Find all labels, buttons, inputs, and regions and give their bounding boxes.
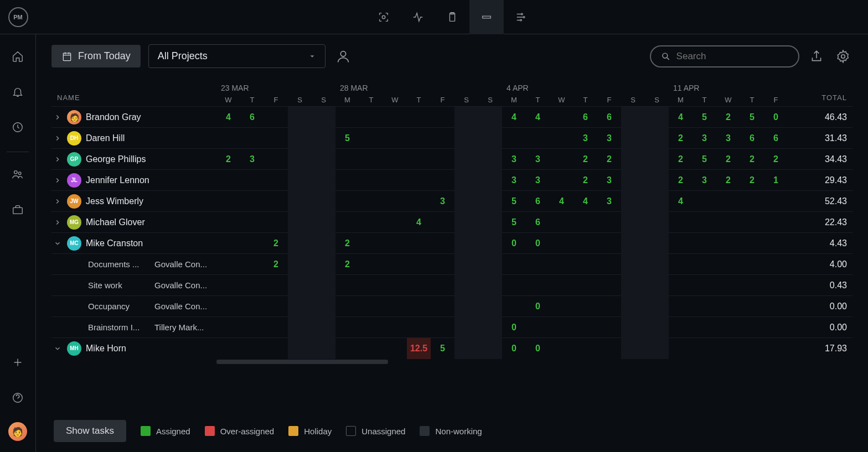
workload-cell[interactable] <box>359 275 383 296</box>
workload-cell[interactable] <box>764 254 788 275</box>
workload-cell[interactable] <box>693 212 716 233</box>
workload-cell[interactable] <box>431 107 454 128</box>
horizontal-scrollbar[interactable] <box>216 360 388 364</box>
workload-cell[interactable] <box>645 275 669 296</box>
workload-cell[interactable]: 4 <box>669 191 693 212</box>
workload-cell[interactable] <box>312 107 335 128</box>
workload-cell[interactable] <box>407 191 431 212</box>
workload-cell[interactable] <box>550 275 574 296</box>
workload-cell[interactable] <box>312 212 335 233</box>
workload-cell[interactable] <box>574 254 597 275</box>
workload-cell[interactable] <box>645 296 669 317</box>
workload-cell[interactable] <box>597 254 621 275</box>
workload-cell[interactable]: 2 <box>764 149 788 170</box>
workload-cell[interactable] <box>550 317 574 338</box>
workload-cell[interactable]: 2 <box>574 149 597 170</box>
workload-cell[interactable]: 6 <box>574 107 597 128</box>
workload-cell[interactable] <box>335 317 359 338</box>
workload-cell[interactable] <box>335 296 359 317</box>
workload-cell[interactable]: 2 <box>264 254 288 275</box>
workload-cell[interactable] <box>693 275 716 296</box>
workload-cell[interactable]: 5 <box>693 149 716 170</box>
workload-cell[interactable] <box>693 254 716 275</box>
workload-cell[interactable]: 3 <box>693 170 716 191</box>
workload-cell[interactable] <box>669 254 693 275</box>
workload-cell[interactable] <box>216 254 240 275</box>
workload-cell[interactable] <box>454 275 478 296</box>
workload-cell[interactable]: 4 <box>502 107 526 128</box>
workload-cell[interactable] <box>550 233 574 254</box>
workload-cell[interactable] <box>407 254 431 275</box>
workload-cell[interactable] <box>288 170 312 191</box>
workload-cell[interactable] <box>597 338 621 359</box>
project-filter-dropdown[interactable]: All Projects <box>148 44 326 68</box>
workload-cell[interactable] <box>740 191 764 212</box>
workload-cell[interactable] <box>359 233 383 254</box>
workload-cell[interactable] <box>597 317 621 338</box>
workload-cell[interactable] <box>216 212 240 233</box>
workload-cell[interactable] <box>764 317 788 338</box>
workload-cell[interactable] <box>597 296 621 317</box>
workload-cell[interactable] <box>264 317 288 338</box>
workload-cell[interactable]: 2 <box>669 128 693 149</box>
workload-cell[interactable] <box>216 296 240 317</box>
workload-cell[interactable]: 5 <box>502 212 526 233</box>
workload-cell[interactable] <box>288 317 312 338</box>
workload-cell[interactable] <box>383 149 407 170</box>
workload-cell[interactable] <box>359 296 383 317</box>
workload-cell[interactable] <box>216 233 240 254</box>
workload-cell[interactable] <box>240 233 264 254</box>
workload-cell[interactable]: 2 <box>335 233 359 254</box>
workload-cell[interactable] <box>216 170 240 191</box>
workload-cell[interactable] <box>264 128 288 149</box>
workload-cell[interactable]: 2 <box>716 170 740 191</box>
workload-cell[interactable]: 6 <box>764 128 788 149</box>
workload-cell[interactable] <box>264 170 288 191</box>
workload-cell[interactable] <box>312 338 335 359</box>
workload-cell[interactable] <box>764 191 788 212</box>
workload-cell[interactable] <box>526 317 550 338</box>
workload-cell[interactable]: 2 <box>669 170 693 191</box>
workload-cell[interactable] <box>264 212 288 233</box>
workload-cell[interactable] <box>359 254 383 275</box>
workload-cell[interactable] <box>240 212 264 233</box>
workload-cell[interactable] <box>431 296 454 317</box>
workload-cell[interactable]: 0 <box>526 296 550 317</box>
workload-cell[interactable] <box>574 317 597 338</box>
workload-cell[interactable]: 1 <box>764 170 788 191</box>
workload-cell[interactable] <box>550 170 574 191</box>
workload-cell[interactable] <box>574 233 597 254</box>
workload-cell[interactable] <box>669 338 693 359</box>
workload-cell[interactable] <box>621 107 645 128</box>
workload-cell[interactable] <box>264 296 288 317</box>
workload-cell[interactable] <box>312 170 335 191</box>
workload-cell[interactable] <box>597 275 621 296</box>
workload-cell[interactable] <box>502 296 526 317</box>
workload-cell[interactable] <box>621 170 645 191</box>
workload-cell[interactable] <box>359 149 383 170</box>
workload-cell[interactable]: 3 <box>526 170 550 191</box>
workload-cell[interactable] <box>431 317 454 338</box>
workload-cell[interactable]: 4 <box>407 212 431 233</box>
workload-cell[interactable]: 3 <box>597 191 621 212</box>
workload-cell[interactable] <box>454 149 478 170</box>
workload-cell[interactable] <box>550 254 574 275</box>
workload-cell[interactable] <box>264 191 288 212</box>
workload-cell[interactable]: 2 <box>216 149 240 170</box>
workload-cell[interactable] <box>478 233 502 254</box>
workload-cell[interactable] <box>478 170 502 191</box>
workload-cell[interactable] <box>502 275 526 296</box>
expand-icon[interactable] <box>53 155 63 163</box>
workload-cell[interactable] <box>407 317 431 338</box>
workload-cell[interactable] <box>621 275 645 296</box>
workload-cell[interactable] <box>288 212 312 233</box>
workload-cell[interactable] <box>335 212 359 233</box>
view-workload-icon[interactable] <box>469 0 504 34</box>
team-icon[interactable] <box>7 163 29 185</box>
workload-cell[interactable] <box>764 212 788 233</box>
workload-cell[interactable] <box>335 275 359 296</box>
workload-cell[interactable]: 4 <box>216 107 240 128</box>
view-scan-icon[interactable] <box>366 0 401 34</box>
briefcase-icon[interactable] <box>7 199 29 221</box>
expand-icon[interactable] <box>53 219 63 226</box>
